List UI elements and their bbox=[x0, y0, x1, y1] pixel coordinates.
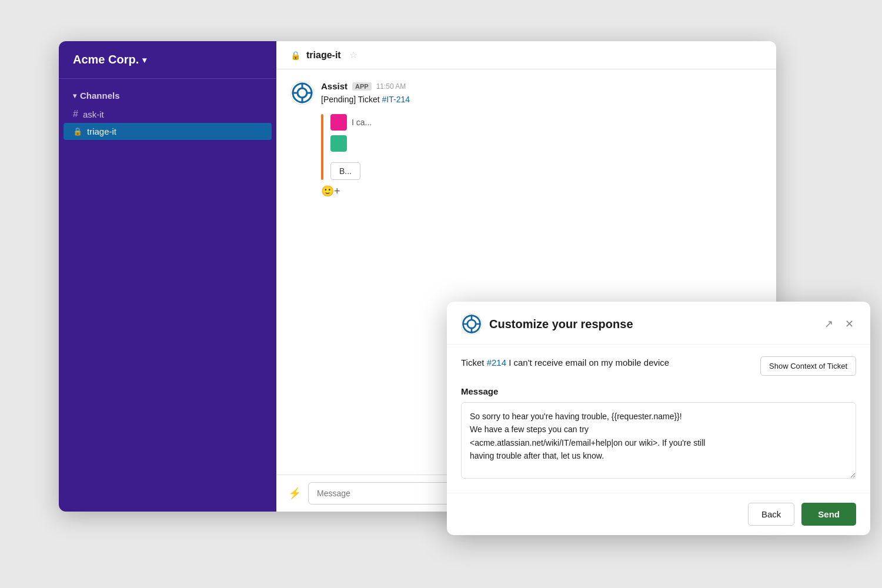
channels-header[interactable]: ▾ Channels bbox=[59, 88, 276, 105]
external-link-button[interactable]: ↗ bbox=[822, 315, 836, 333]
message-text-prefix: [Pending] Ticket bbox=[321, 95, 382, 104]
app-badge: APP bbox=[352, 82, 372, 91]
assist-avatar bbox=[290, 81, 314, 105]
message-text: [Pending] Ticket #IT-214 bbox=[321, 93, 762, 106]
sidebar-header: Acme Corp. ▾ bbox=[59, 41, 276, 79]
ticket-link[interactable]: #IT-214 bbox=[382, 95, 410, 104]
ticket-desc-text: I can't receive email on my mobile devic… bbox=[506, 358, 669, 368]
sidebar-item-triage-it[interactable]: 🔒 triage-it bbox=[64, 123, 272, 140]
workspace-chevron-icon: ▾ bbox=[142, 55, 146, 65]
message-textarea[interactable] bbox=[461, 402, 856, 479]
channels-section: ▾ Channels # ask-it 🔒 triage-it bbox=[59, 79, 276, 149]
close-button[interactable]: ✕ bbox=[843, 315, 856, 333]
user-avatar-2 bbox=[330, 135, 347, 152]
bot-button[interactable]: B... bbox=[330, 162, 360, 180]
hash-icon: # bbox=[73, 109, 78, 119]
channel-name: triage-it bbox=[87, 126, 116, 136]
message-sender: Assist bbox=[321, 81, 348, 91]
modal-body: Ticket #214 I can't receive email on my … bbox=[447, 345, 870, 493]
thread-content: I ca... B... bbox=[330, 114, 372, 180]
lightning-icon[interactable]: ⚡ bbox=[288, 487, 301, 500]
ticket-number-link[interactable]: #214 bbox=[487, 358, 506, 368]
channels-arrow-icon: ▾ bbox=[73, 92, 76, 100]
channels-label: Channels bbox=[80, 91, 120, 101]
modal-assist-icon bbox=[461, 313, 482, 335]
thread-text-1: I ca... bbox=[352, 118, 372, 127]
sidebar: Acme Corp. ▾ ▾ Channels # ask-it 🔒 triag… bbox=[59, 41, 276, 512]
modal-header: Customize your response ↗ ✕ bbox=[447, 302, 870, 345]
back-button[interactable]: Back bbox=[748, 503, 794, 526]
ticket-prefix: Ticket bbox=[461, 358, 487, 368]
ticket-description: Ticket #214 I can't receive email on my … bbox=[461, 356, 749, 370]
chat-header: 🔒 triage-it ☆ bbox=[276, 41, 776, 69]
message-label: Message bbox=[461, 386, 856, 396]
workspace-title: Acme Corp. bbox=[73, 53, 139, 66]
channel-name: ask-it bbox=[83, 109, 104, 119]
customize-response-modal: Customize your response ↗ ✕ Ticket #214 … bbox=[447, 302, 870, 535]
sidebar-item-ask-it[interactable]: # ask-it bbox=[59, 105, 276, 123]
modal-footer: Back Send bbox=[447, 493, 870, 535]
workspace-name[interactable]: Acme Corp. ▾ bbox=[73, 53, 262, 66]
message-time: 11:50 AM bbox=[376, 82, 406, 91]
emoji-reaction[interactable]: 🙂+ bbox=[321, 185, 762, 198]
star-icon[interactable]: ☆ bbox=[349, 49, 358, 61]
message-header: Assist APP 11:50 AM bbox=[321, 81, 762, 91]
message-content: Assist APP 11:50 AM [Pending] Ticket #IT… bbox=[321, 81, 762, 198]
modal-title: Customize your response bbox=[489, 318, 815, 331]
user-avatar-1 bbox=[330, 114, 347, 131]
chat-channel-name: triage-it bbox=[306, 50, 341, 61]
message-row: Assist APP 11:50 AM [Pending] Ticket #IT… bbox=[290, 81, 762, 198]
send-button[interactable]: Send bbox=[801, 503, 856, 526]
thread-bar bbox=[321, 114, 323, 180]
ticket-info-row: Ticket #214 I can't receive email on my … bbox=[461, 356, 856, 376]
chat-lock-icon: 🔒 bbox=[290, 51, 300, 60]
show-context-button[interactable]: Show Context of Ticket bbox=[760, 356, 856, 376]
lock-icon: 🔒 bbox=[73, 127, 82, 136]
